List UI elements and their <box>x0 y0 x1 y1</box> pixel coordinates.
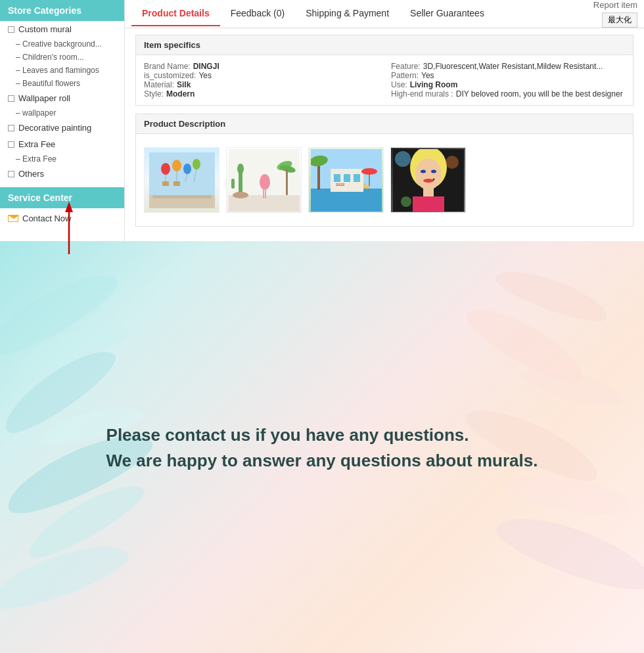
spec-feature-value: 3D,Fluorescent,Water Resistant,Mildew Re… <box>423 62 603 71</box>
spec-customized-label: is_customized: <box>144 71 196 80</box>
spec-row-style: Style: Modern <box>144 89 378 99</box>
mail-icon <box>8 215 18 222</box>
svg-rect-27 <box>317 162 320 190</box>
svg-point-24 <box>233 192 248 198</box>
tab-feedback[interactable]: Feedback (0) <box>220 1 295 26</box>
specifics-grid: Brand Name: DINGJI is_customized: Yes Ma… <box>136 55 633 105</box>
banner-wrapper: Please contact us if you have any questi… <box>0 241 644 653</box>
sidebar-item-extra-fee[interactable]: Extra Fee <box>0 136 124 152</box>
svg-rect-15 <box>239 172 242 195</box>
feather-2 <box>12 314 133 382</box>
sidebar-item-others[interactable]: Others <box>0 166 124 182</box>
product-description-header: Product Description <box>136 114 633 134</box>
report-item-link[interactable]: Report item <box>593 0 637 10</box>
spec-pattern-value: Yes <box>421 71 434 80</box>
svg-rect-30 <box>334 174 340 182</box>
category-label: Others <box>18 169 44 179</box>
svg-point-35 <box>361 168 377 175</box>
category-label: Custom mural <box>18 24 72 34</box>
spec-highend-value: DIY beloved room, you will be the best d… <box>456 89 623 99</box>
product-image-living: 2022 <box>308 147 384 213</box>
spec-material-value: Silk <box>177 80 191 89</box>
spec-use-label: Use: <box>391 80 407 89</box>
product-description-section: Product Description <box>135 114 633 227</box>
sidebar-sub-extra-fee[interactable]: – Extra Fee <box>0 152 124 166</box>
svg-point-46 <box>432 178 434 180</box>
item-specifics-section: Item specifics Brand Name: DINGJI is_cus… <box>135 35 633 106</box>
sidebar-item-decorative-painting[interactable]: Decorative painting <box>0 120 124 136</box>
living-svg: 2022 <box>311 149 382 212</box>
tab-shipping-payment[interactable]: Shipping & Payment <box>295 1 400 26</box>
tab-product-details[interactable]: Product Details <box>131 1 220 26</box>
sidebar-sub-wallpaper[interactable]: – wallpaper <box>0 106 124 120</box>
spec-row-highend: High-end murals : DIY beloved room, you … <box>391 89 625 99</box>
collapse-icon <box>8 26 14 33</box>
svg-rect-19 <box>263 189 264 198</box>
svg-marker-51 <box>65 202 73 212</box>
spec-row-brand: Brand Name: DINGJI <box>144 62 378 71</box>
svg-rect-2 <box>149 152 215 195</box>
tropical-visual <box>227 148 301 212</box>
spec-brand-value: DINGJI <box>193 62 219 71</box>
collapse-icon <box>8 95 14 102</box>
product-description-content: 2022 <box>136 134 633 226</box>
store-categories-header: Store Categories <box>0 0 124 21</box>
sidebar-item-wallpaper-roll[interactable]: Wallpaper roll <box>0 90 124 106</box>
product-images-container: 2022 <box>144 142 625 218</box>
svg-point-9 <box>193 159 200 169</box>
svg-point-42 <box>431 169 436 173</box>
feather-8 <box>492 261 613 330</box>
spec-row-pattern: Pattern: Yes <box>391 71 625 80</box>
maximize-button[interactable]: 最大化 <box>602 12 637 28</box>
svg-rect-17 <box>231 179 235 189</box>
spec-highend-label: High-end murals : <box>391 89 453 99</box>
banner-line2: We are happy to answer any questions abo… <box>106 448 538 474</box>
collapse-icon <box>8 125 14 131</box>
product-details-panel: Item specifics Brand Name: DINGJI is_cus… <box>125 28 644 241</box>
svg-rect-23 <box>286 169 288 195</box>
spec-material-label: Material: <box>144 80 174 89</box>
sidebar-sub-beautiful-flowers[interactable]: – Beautiful flowers <box>0 77 124 90</box>
spec-use-value: Living Room <box>410 80 458 89</box>
specs-left-column: Brand Name: DINGJI is_customized: Yes Ma… <box>144 62 378 99</box>
sidebar-item-custom-mural[interactable]: Custom mural <box>0 21 124 37</box>
spec-style-value: Modern <box>166 89 195 99</box>
svg-point-16 <box>237 164 244 174</box>
svg-rect-37 <box>363 183 366 187</box>
product-image-tropical <box>226 147 302 213</box>
product-image-balloons <box>144 147 219 213</box>
spec-row-use: Use: Living Room <box>391 80 625 89</box>
sidebar-sub-leaves-flamingos[interactable]: – Leaves and flamingos <box>0 64 124 77</box>
svg-rect-11 <box>162 181 169 186</box>
svg-text:2022: 2022 <box>336 183 345 187</box>
balloons-svg <box>149 152 215 208</box>
svg-rect-20 <box>265 189 266 198</box>
svg-point-43 <box>423 179 434 183</box>
feather-9 <box>460 296 592 394</box>
portrait-svg <box>393 149 464 212</box>
red-arrow-container <box>62 202 76 263</box>
living-visual: 2022 <box>309 148 383 212</box>
feather-1 <box>0 260 125 367</box>
svg-point-47 <box>395 151 411 167</box>
svg-rect-26 <box>311 189 382 212</box>
svg-point-48 <box>446 156 459 169</box>
svg-rect-12 <box>173 181 180 186</box>
sidebar-sub-creative-background[interactable]: – Creative background... <box>0 37 124 51</box>
svg-point-7 <box>183 164 191 174</box>
portrait-visual <box>391 148 465 212</box>
content-area: Product Details Feedback (0) Shipping & … <box>125 0 644 241</box>
collapse-icon <box>8 141 14 148</box>
svg-point-41 <box>421 169 426 173</box>
red-arrow-svg <box>62 202 76 261</box>
svg-point-18 <box>260 174 270 190</box>
tab-seller-guarantees[interactable]: Seller Guarantees <box>400 1 495 26</box>
specs-right-column: Feature: 3D,Fluorescent,Water Resistant,… <box>391 62 625 99</box>
feather-13 <box>490 503 644 601</box>
product-image-portrait <box>390 147 466 213</box>
spec-row-customized: is_customized: Yes <box>144 71 378 80</box>
sidebar-sub-childrens-room[interactable]: – Children's room... <box>0 51 124 64</box>
banner-text-block: Please contact us if you have any questi… <box>80 396 564 500</box>
svg-point-5 <box>172 160 181 171</box>
category-label: Decorative painting <box>18 123 91 133</box>
